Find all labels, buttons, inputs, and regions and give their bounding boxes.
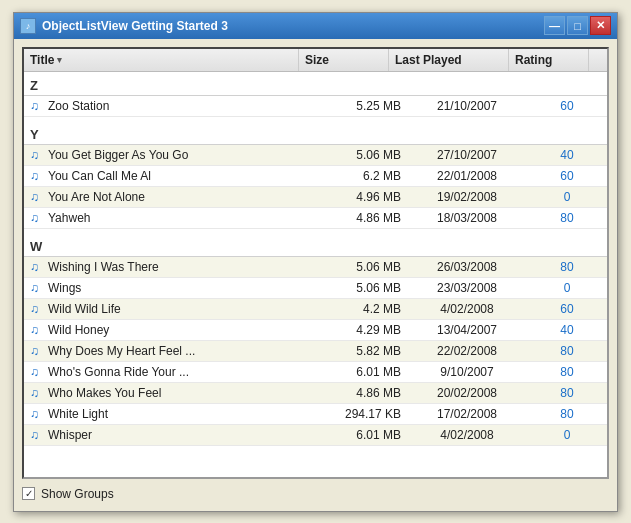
cell-last-played: 18/03/2008 [407, 208, 527, 228]
show-groups-checkbox[interactable] [22, 487, 35, 500]
close-button[interactable]: ✕ [590, 16, 611, 35]
cell-title: ♫Who Makes You Feel [24, 383, 317, 403]
cell-size: 294.17 KB [317, 404, 407, 424]
cell-size: 4.96 MB [317, 187, 407, 207]
cell-title: ♫Why Does My Heart Feel ... [24, 341, 317, 361]
header-rating[interactable]: Rating [509, 49, 589, 71]
title-bar: ♪ ObjectListView Getting Started 3 — □ ✕ [14, 13, 617, 39]
cell-last-played: 26/03/2008 [407, 257, 527, 277]
cell-size: 4.86 MB [317, 383, 407, 403]
music-icon: ♫ [30, 211, 44, 225]
cell-last-played: 13/04/2007 [407, 320, 527, 340]
table-row[interactable]: ♫Wishing I Was There5.06 MB26/03/200880 [24, 257, 607, 278]
music-icon: ♫ [30, 148, 44, 162]
maximize-button[interactable]: □ [567, 16, 588, 35]
cell-rating: 60 [527, 166, 607, 186]
table-row[interactable]: ♫Who's Gonna Ride Your ...6.01 MB9/10/20… [24, 362, 607, 383]
cell-last-played: 4/02/2008 [407, 299, 527, 319]
cell-rating: 80 [527, 404, 607, 424]
window-icon: ♪ [20, 18, 36, 34]
cell-size: 4.86 MB [317, 208, 407, 228]
table-row[interactable]: ♫You Get Bigger As You Go5.06 MB27/10/20… [24, 145, 607, 166]
table-row[interactable]: ♫Wings5.06 MB23/03/20080 [24, 278, 607, 299]
cell-title: ♫Wild Honey [24, 320, 317, 340]
table-row[interactable]: ♫You Can Call Me Al6.2 MB22/01/200860 [24, 166, 607, 187]
music-icon: ♫ [30, 281, 44, 295]
cell-title: ♫Wings [24, 278, 317, 298]
music-icon: ♫ [30, 169, 44, 183]
cell-rating: 80 [527, 208, 607, 228]
cell-rating: 0 [527, 187, 607, 207]
title-bar-buttons: — □ ✕ [544, 16, 611, 35]
cell-last-played: 4/02/2008 [407, 425, 527, 445]
cell-rating: 0 [527, 278, 607, 298]
cell-title: ♫You Get Bigger As You Go [24, 145, 317, 165]
table-row[interactable]: ♫Whisper6.01 MB4/02/20080 [24, 425, 607, 446]
music-icon: ♫ [30, 344, 44, 358]
cell-rating: 0 [527, 425, 607, 445]
cell-rating: 60 [527, 96, 607, 116]
cell-rating: 40 [527, 145, 607, 165]
scroll-area[interactable]: Z♫Zoo Station5.25 MB21/10/200760Y♫You Ge… [24, 72, 607, 477]
table-row[interactable]: ♫Wild Wild Life4.2 MB4/02/200860 [24, 299, 607, 320]
group-header: W [24, 233, 607, 257]
cell-rating: 80 [527, 341, 607, 361]
table-row[interactable]: ♫Who Makes You Feel4.86 MB20/02/200880 [24, 383, 607, 404]
cell-title: ♫Whisper [24, 425, 317, 445]
group-header: Z [24, 72, 607, 96]
music-icon: ♫ [30, 260, 44, 274]
music-icon: ♫ [30, 386, 44, 400]
cell-last-played: 21/10/2007 [407, 96, 527, 116]
cell-title: ♫White Light [24, 404, 317, 424]
cell-last-played: 22/01/2008 [407, 166, 527, 186]
cell-last-played: 27/10/2007 [407, 145, 527, 165]
cell-rating: 60 [527, 299, 607, 319]
cell-rating: 80 [527, 257, 607, 277]
cell-title: ♫Wild Wild Life [24, 299, 317, 319]
music-icon: ♫ [30, 302, 44, 316]
cell-last-played: 9/10/2007 [407, 362, 527, 382]
cell-rating: 40 [527, 320, 607, 340]
cell-last-played: 23/03/2008 [407, 278, 527, 298]
cell-title: ♫Zoo Station [24, 96, 317, 116]
main-window: ♪ ObjectListView Getting Started 3 — □ ✕… [13, 12, 618, 512]
cell-size: 5.06 MB [317, 145, 407, 165]
table-row[interactable]: ♫Wild Honey4.29 MB13/04/200740 [24, 320, 607, 341]
header-last-played[interactable]: Last Played [389, 49, 509, 71]
cell-title: ♫You Can Call Me Al [24, 166, 317, 186]
cell-size: 6.01 MB [317, 425, 407, 445]
music-icon: ♫ [30, 323, 44, 337]
sort-arrow-icon: ▾ [57, 55, 62, 65]
cell-rating: 80 [527, 362, 607, 382]
window-content: Title ▾ Size Last Played Rating Z♫Zoo St… [14, 39, 617, 511]
cell-size: 5.06 MB [317, 278, 407, 298]
header-size[interactable]: Size [299, 49, 389, 71]
cell-title: ♫Wishing I Was There [24, 257, 317, 277]
cell-size: 5.25 MB [317, 96, 407, 116]
cell-size: 6.2 MB [317, 166, 407, 186]
minimize-button[interactable]: — [544, 16, 565, 35]
group-header: Y [24, 121, 607, 145]
cell-size: 4.2 MB [317, 299, 407, 319]
header-title[interactable]: Title ▾ [24, 49, 299, 71]
table-row[interactable]: ♫You Are Not Alone4.96 MB19/02/20080 [24, 187, 607, 208]
show-groups-label: Show Groups [41, 487, 114, 501]
cell-size: 6.01 MB [317, 362, 407, 382]
cell-last-played: 17/02/2008 [407, 404, 527, 424]
cell-size: 5.82 MB [317, 341, 407, 361]
music-icon: ♫ [30, 407, 44, 421]
list-view: Title ▾ Size Last Played Rating Z♫Zoo St… [22, 47, 609, 479]
table-row[interactable]: ♫White Light294.17 KB17/02/200880 [24, 404, 607, 425]
cell-title: ♫You Are Not Alone [24, 187, 317, 207]
cell-rating: 80 [527, 383, 607, 403]
cell-last-played: 20/02/2008 [407, 383, 527, 403]
music-icon: ♫ [30, 428, 44, 442]
cell-last-played: 22/02/2008 [407, 341, 527, 361]
footer: Show Groups [22, 485, 609, 503]
table-row[interactable]: ♫Why Does My Heart Feel ...5.82 MB22/02/… [24, 341, 607, 362]
cell-last-played: 19/02/2008 [407, 187, 527, 207]
cell-size: 5.06 MB [317, 257, 407, 277]
music-icon: ♫ [30, 190, 44, 204]
table-row[interactable]: ♫Zoo Station5.25 MB21/10/200760 [24, 96, 607, 117]
table-row[interactable]: ♫Yahweh4.86 MB18/03/200880 [24, 208, 607, 229]
